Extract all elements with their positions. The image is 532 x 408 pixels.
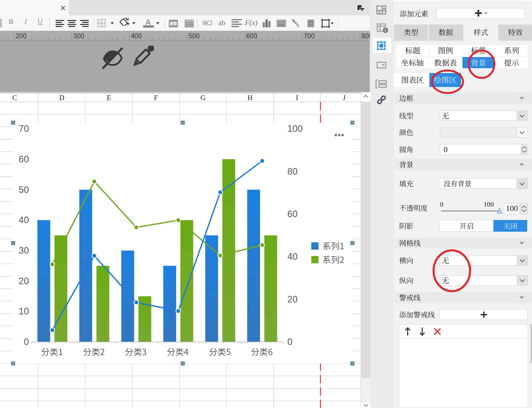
- svg-text:ab: ab: [218, 19, 226, 27]
- svg-text:i: i: [385, 28, 386, 33]
- svg-text:F(x): F(x): [245, 19, 258, 27]
- svg-text:a: a: [172, 21, 174, 26]
